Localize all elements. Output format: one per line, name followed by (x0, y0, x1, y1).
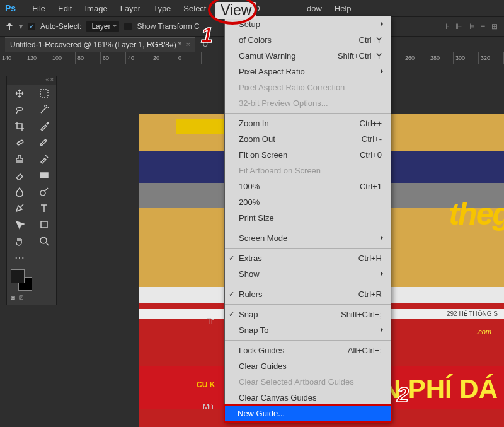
type-tool[interactable] (32, 200, 56, 216)
canvas-caption: Tr (207, 317, 214, 325)
foreground-swatch[interactable] (11, 269, 25, 283)
edit-toolbar[interactable] (32, 249, 56, 266)
history-brush-tool[interactable] (32, 151, 56, 167)
menu-item-rulers[interactable]: RulersCtrl+R (225, 286, 391, 302)
menu-item-shortcut: Alt+Ctrl+; (348, 344, 382, 356)
menu-item-clear-guides[interactable]: Clear Guides (225, 358, 391, 374)
autoselect-label: Auto-Select: (40, 22, 81, 31)
history-brush-icon (38, 153, 50, 165)
type-icon (38, 202, 50, 214)
lasso-tool[interactable] (7, 102, 32, 118)
align-icon[interactable]: ⊪ (443, 22, 449, 31)
blur-icon (14, 186, 25, 197)
more-tool[interactable]: ⋯ (7, 249, 32, 266)
close-tab-icon[interactable]: × (186, 41, 190, 48)
menu-item-label: Pixel Aspect Ratio Correction (239, 81, 345, 93)
menu-item-print-size[interactable]: Print Size (225, 210, 391, 226)
menu-item-show[interactable]: Show (225, 266, 391, 282)
menu-item-shortcut: Shift+Ctrl+Y (338, 50, 382, 62)
menu-item-zoom-in[interactable]: Zoom InCtrl++ (225, 115, 391, 131)
quickmask-icon[interactable]: ◙ (11, 293, 15, 301)
wand-tool[interactable] (32, 102, 56, 118)
crop-icon (14, 120, 25, 132)
menu-item-screen-mode[interactable]: Screen Mode (225, 230, 391, 246)
menu-help[interactable]: Help (328, 1, 358, 16)
annotation-number-1: 1 (201, 23, 213, 47)
menu-image[interactable]: Image (78, 1, 113, 16)
menu-item-shortcut: Ctrl+0 (360, 149, 382, 161)
hand-icon (14, 235, 25, 247)
move-icon (14, 88, 25, 99)
gradient-tool[interactable] (32, 167, 56, 184)
menu-type[interactable]: Type (147, 1, 177, 16)
shape-tool[interactable] (32, 216, 56, 233)
zoom-tool[interactable] (32, 233, 56, 249)
menu-item-fit-artboard-on-screen: Fit Artboard on Screen (225, 163, 391, 178)
menu-item-clear-canvas-guides[interactable]: Clear Canvas Guides (225, 390, 391, 406)
align-icons[interactable]: ⊪ ⊩ ⊫ ≡ ⊞ (443, 22, 504, 31)
pen-icon (14, 202, 25, 214)
menu-item-label: New Guide... (238, 407, 285, 419)
document-tab[interactable]: Untitled-1-Recovered @ 161% (Layer 1, RG… (5, 37, 195, 52)
app-logo: Ps (5, 3, 16, 13)
align-icon[interactable]: ⊫ (468, 22, 474, 31)
svg-rect-1 (16, 140, 23, 145)
align-icon[interactable]: ⊩ (455, 22, 462, 31)
menu-item-snap-to[interactable]: Snap To (225, 322, 391, 338)
menu-item-pixel-aspect-ratio[interactable]: Pixel Aspect Ratio (225, 64, 391, 79)
menu-item-zoom-out[interactable]: Zoom OutCtrl+- (225, 131, 391, 147)
menu-item-label: Pixel Aspect Ratio (239, 66, 305, 78)
annotation-view-label: View (215, 2, 256, 19)
menu-item-label: Zoom Out (239, 133, 275, 145)
menu-item-extras[interactable]: ExtrasCtrl+H (225, 250, 391, 266)
menu-item-label: Show (239, 268, 260, 280)
shape-icon (38, 219, 50, 230)
menu-item-snap[interactable]: SnapShift+Ctrl+; (225, 307, 391, 322)
menu-separator (225, 340, 391, 341)
eraser-tool[interactable] (7, 167, 32, 184)
move-tool[interactable] (7, 85, 32, 102)
showtransform-checkbox[interactable]: ✔ (124, 23, 132, 30)
pen-tool[interactable] (7, 200, 32, 216)
menu-edit[interactable]: Edit (52, 1, 78, 16)
menu-separator (225, 248, 391, 249)
path-tool[interactable] (7, 216, 32, 233)
healing-tool[interactable] (7, 134, 32, 151)
blur-tool[interactable] (7, 184, 32, 200)
menu-item-label: Zoom In (239, 117, 269, 129)
marquee-tool[interactable] (32, 85, 56, 102)
menu-item-new-guide[interactable]: New Guide... (224, 404, 392, 423)
svg-point-3 (40, 190, 45, 196)
menu-item-100[interactable]: 100%Ctrl+1 (225, 178, 391, 194)
screenmode-icon[interactable]: ⎚ (19, 293, 23, 301)
stamp-tool[interactable] (7, 151, 32, 167)
tab-title: Untitled-1-Recovered @ 161% (Layer 1, RG… (10, 40, 181, 49)
menu-layer[interactable]: Layer (114, 1, 147, 16)
dodge-tool[interactable] (32, 184, 56, 200)
autoselect-checkbox[interactable]: ✔ (28, 23, 35, 30)
eyedropper-tool[interactable] (32, 118, 56, 134)
canvas-caption: Mù (203, 402, 214, 411)
stamp-icon (14, 153, 25, 165)
menu-item-lock-guides[interactable]: Lock GuidesAlt+Ctrl+; (225, 342, 391, 358)
menu-item-label: Clear Guides (239, 360, 287, 372)
autoselect-dropdown[interactable]: Layer (86, 21, 119, 32)
menu-item-200[interactable]: 200% (225, 194, 391, 210)
menu-item-gamut-warning[interactable]: Gamut WarningShift+Ctrl+Y (225, 48, 391, 64)
align-icon[interactable]: ≡ (481, 22, 485, 31)
menu-select[interactable]: Select (177, 1, 212, 16)
menu-item-label: Fit Artboard on Screen (239, 165, 321, 177)
menu-item-fit-on-screen[interactable]: Fit on ScreenCtrl+0 (225, 147, 391, 163)
marquee-icon (38, 88, 50, 99)
menu-item-of-colors[interactable]: of ColorsCtrl+Y (225, 32, 391, 48)
menu-file[interactable]: File (26, 1, 52, 16)
crop-tool[interactable] (7, 118, 32, 134)
brush-tool[interactable] (32, 134, 56, 151)
showtransform-label: Show Transform C (137, 22, 199, 31)
view-menu: Setup of ColorsCtrl+YGamut WarningShift+… (224, 16, 391, 422)
color-swatches[interactable] (11, 269, 32, 291)
mode-icon[interactable]: ⊞ (491, 22, 498, 31)
toolbox-header[interactable]: « × (7, 76, 56, 85)
hand-tool[interactable] (7, 233, 32, 249)
menu-window[interactable]: dow (301, 1, 328, 16)
